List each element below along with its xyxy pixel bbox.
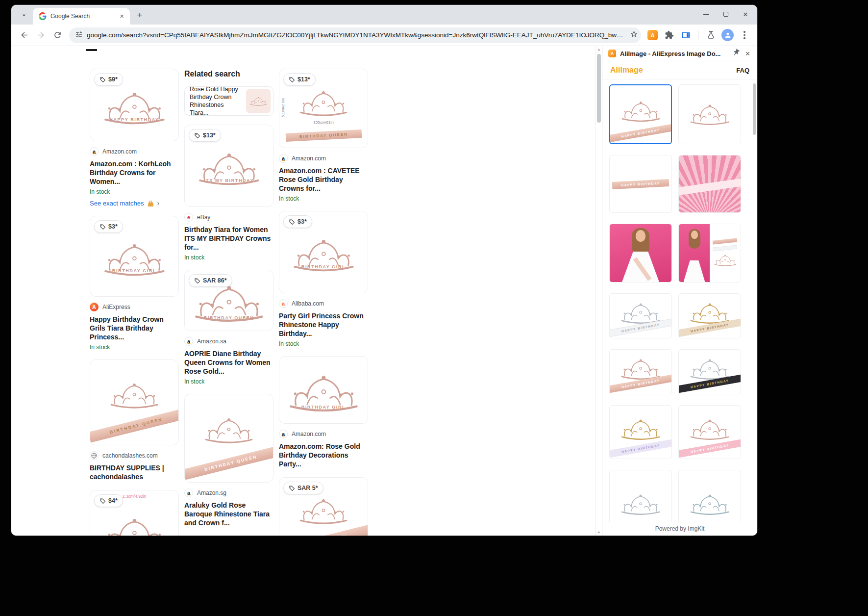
search-results-page: $9* HAPPY BIRTHDAY a Amazon.com Amazon.c… — [11, 46, 602, 536]
panel-image-model-photo[interactable] — [609, 224, 672, 282]
product-card-aliexpress[interactable]: $3* BIRTHDAY GIRL A AliExpress Happy Bir… — [90, 216, 179, 351]
tab-search-button[interactable] — [17, 8, 31, 22]
reload-button[interactable] — [50, 27, 65, 43]
product-image[interactable]: $13* ITS MY BIRTHDAY — [184, 125, 273, 207]
panel-image-tiara-sash-selected[interactable]: HAPPY BIRTHDAY — [609, 84, 672, 144]
model-dress — [684, 260, 705, 282]
panel-image-partial-silver-tiara[interactable] — [609, 470, 672, 522]
tiara-photo-icon — [249, 96, 268, 106]
price-tag-badge: SAR 86* — [189, 274, 232, 287]
product-image[interactable]: $3* BIRTHDAY GIRL — [279, 211, 368, 293]
model-face — [636, 230, 645, 242]
panel-image-silver-tiara-black-sash[interactable]: HAPPY BIRTHDAY — [678, 349, 741, 394]
related-search-chip[interactable]: Rose Gold Happy Birthday Crown Rhineston… — [184, 86, 273, 116]
url-text[interactable]: google.com/search?vsrid=CPq55fABEAIYASIk… — [87, 31, 626, 39]
product-image[interactable]: SAR 5* BIRTHDAY GIRL — [279, 477, 368, 536]
birthday-queen-sash: BIRTHDAY QUEEN — [184, 443, 273, 483]
results-grid: $9* HAPPY BIRTHDAY a Amazon.com Amazon.c… — [90, 69, 368, 536]
panel-image-sash-only[interactable]: HAPPY BIRTHDAY — [609, 155, 672, 213]
bookmark-star-icon[interactable] — [630, 30, 638, 40]
menu-button[interactable] — [737, 27, 752, 43]
product-image[interactable]: $3* BIRTHDAY GIRL — [90, 216, 179, 297]
faq-link[interactable]: FAQ — [736, 67, 749, 74]
product-image[interactable]: $13* 5.1cm/2.0in 155cm/61in BIRTHDAY QUE… — [279, 69, 368, 148]
side-panel-scrollbar-thumb[interactable] — [753, 83, 756, 135]
result-title[interactable]: BIRTHDAY SUPPLIES | cachondalashes — [90, 463, 179, 481]
product-image[interactable]: BIRTHDAY GIRL — [279, 356, 368, 424]
panel-image-rose-tiara-pink-sash-2[interactable]: HAPPY BIRTHDAY — [678, 405, 741, 459]
panel-image-silver-tiara-white-sash[interactable]: HAPPY BIRTHDAY — [609, 293, 672, 338]
price-tag-icon — [99, 224, 106, 230]
source-domain: Amazon.sa — [197, 338, 226, 345]
tiara-word: BIRTHDAY GIRL — [301, 264, 346, 269]
side-panel-button[interactable] — [678, 27, 694, 43]
product-card-shein[interactable]: SAR 5* BIRTHDAY GIRL S Shein Women's & M… — [279, 477, 368, 536]
tab-close-icon[interactable]: ✕ — [118, 12, 126, 21]
source-domain: AliExpress — [102, 304, 130, 310]
product-image[interactable]: $9* HAPPY BIRTHDAY — [90, 69, 179, 141]
panel-image-gold-tiara-lilac-sash[interactable]: HAPPY BIRTHDAY — [609, 405, 672, 459]
site-info-icon[interactable] — [75, 30, 83, 40]
result-title[interactable]: Amazon.com : CAVETEE Rose Gold Birthday … — [279, 166, 368, 193]
scroll-up-icon[interactable]: ▲ — [595, 48, 602, 51]
product-image[interactable]: $4* 2.3cm/4.92in BIRTHDAY GIRL — [90, 490, 179, 536]
product-card-korhleoh[interactable]: $9* HAPPY BIRTHDAY a Amazon.com Amazon.c… — [90, 69, 179, 207]
product-card-amazon-sa[interactable]: SAR 86* BIRTHDAY QUEEN a Amazon.sa AOPRI… — [184, 270, 273, 385]
stock-status: In stock — [279, 340, 368, 347]
new-tab-button[interactable]: + — [133, 8, 147, 22]
result-title[interactable]: AOPRIE Diane Birthday Queen Crowns for W… — [184, 349, 273, 376]
happy-birthday-sash: HAPPY BIRTHDAY — [612, 179, 670, 189]
panel-image-model-collage[interactable] — [678, 224, 741, 282]
aliimage-extension-button[interactable]: A — [647, 30, 658, 40]
extensions-button[interactable] — [661, 27, 677, 43]
price-tag-icon — [289, 219, 295, 225]
panel-image-gold-tiara-champagne-sash[interactable]: HAPPY BIRTHDAY — [678, 293, 741, 338]
panel-image-partial-teal-tiara[interactable] — [678, 470, 741, 522]
forward-button[interactable] — [33, 27, 49, 43]
result-title[interactable]: Party Girl Princess Crown Rhinestone Hap… — [279, 311, 368, 338]
scrollbar-thumb[interactable] — [597, 54, 601, 123]
tab-google-search[interactable]: Google Search ✕ — [33, 8, 130, 25]
price-tag-badge: $13* — [283, 73, 316, 86]
address-bar[interactable]: google.com/search?vsrid=CPq55fABEAIYASIk… — [69, 27, 641, 43]
result-title[interactable]: Happy Birthday Crown Grils Tiara Brithda… — [90, 315, 179, 341]
back-button[interactable] — [16, 27, 32, 43]
source-row: a Alibaba.com — [279, 299, 368, 308]
see-exact-matches-link[interactable]: See exact matches › — [90, 199, 179, 207]
aliimage-icon: A — [651, 32, 655, 38]
product-card-cavetee[interactable]: $13* 5.1cm/2.0in 155cm/61in BIRTHDAY QUE… — [279, 69, 368, 202]
main-scrollbar[interactable]: ▲ ▼ — [595, 46, 602, 536]
product-card-amazon-decorations[interactable]: BIRTHDAY GIRL a Amazon.com Amazon.com: R… — [279, 356, 368, 468]
product-card-ebay[interactable]: $13* ITS MY BIRTHDAY e eBay Birthday Tia… — [184, 125, 273, 261]
panel-image-rose-gold-tiara[interactable] — [678, 84, 741, 144]
pin-icon[interactable] — [732, 49, 740, 58]
profile-avatar[interactable] — [721, 29, 734, 41]
maximize-button[interactable] — [722, 10, 730, 18]
birthday-queen-sash: BIRTHDAY QUEEN — [285, 129, 361, 142]
related-chip-label: Rose Gold Happy Birthday Crown Rhineston… — [185, 86, 246, 116]
result-title[interactable]: Araluky Gold Rose Baroque Rhinestone Tia… — [184, 501, 273, 527]
size-annotation: 2.3cm/4.92in — [123, 494, 147, 499]
panel-image-rose-tiara-pink-sash[interactable]: HAPPY BIRTHDAY — [609, 349, 672, 394]
see-exact-matches-label: See exact matches — [90, 200, 144, 207]
product-card-amazon-sg[interactable]: BIRTHDAY QUEEN a Amazon.sg Araluky Gold … — [184, 394, 273, 527]
minimize-button[interactable] — [702, 10, 710, 18]
labs-button[interactable] — [703, 27, 719, 43]
product-image[interactable]: BIRTHDAY QUEEN — [184, 394, 273, 483]
scroll-down-icon[interactable]: ▼ — [595, 531, 602, 534]
result-title[interactable]: Birthday Tiara for Women ITS MY BIRTHDAY… — [184, 225, 273, 252]
result-title[interactable]: Amazon.com : KorhLeoh Birthday Crowns fo… — [90, 159, 179, 186]
window-close-button[interactable]: ✕ — [742, 10, 749, 18]
panel-image-pink-fan-set[interactable] — [678, 155, 741, 213]
price-tag-icon — [289, 485, 295, 491]
product-card-alibaba[interactable]: $3* BIRTHDAY GIRL a Alibaba.com Party Gi… — [279, 211, 368, 347]
product-card-cachondalashes[interactable]: BIRTHDAY QUEEN cachondalashes.com BIRTHD… — [90, 359, 179, 481]
tiara-photo-icon — [688, 416, 731, 441]
product-image[interactable]: BIRTHDAY QUEEN — [90, 359, 179, 445]
side-panel-close-icon[interactable]: ✕ — [744, 50, 751, 57]
content-edge-marker — [86, 49, 97, 51]
product-card-partial-bottom-left[interactable]: $4* 2.3cm/4.92in BIRTHDAY GIRL — [90, 490, 179, 536]
result-title[interactable]: Amazon.com: Rose Gold Birthday Decoratio… — [279, 442, 368, 468]
source-row: A AliExpress — [90, 303, 179, 311]
product-image[interactable]: SAR 86* BIRTHDAY QUEEN — [184, 270, 273, 331]
